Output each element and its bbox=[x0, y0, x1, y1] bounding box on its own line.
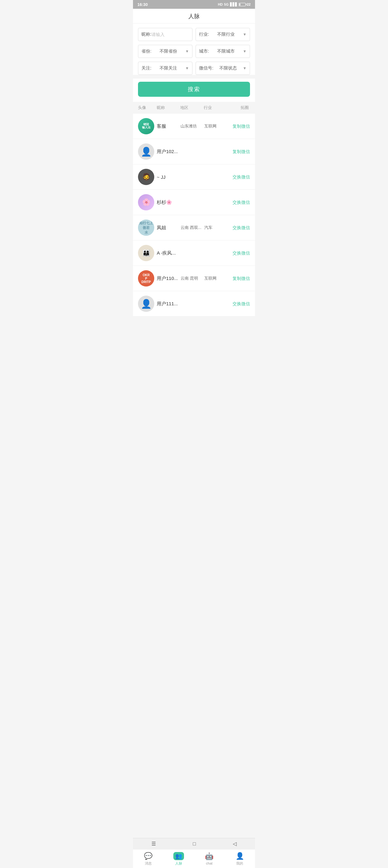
filter-row-1: 昵称: 行业: 不限行业 ▼ bbox=[138, 28, 250, 41]
avatar: 🧔 bbox=[138, 169, 154, 185]
city-label: 城市: bbox=[199, 49, 209, 54]
avatar: OKRPDRITP bbox=[138, 270, 154, 286]
province-value: 不限省份 bbox=[160, 49, 177, 54]
industry-label: 行业: bbox=[199, 32, 209, 37]
status-bar: 16:30 HD 5G ▋▋▋ 22 bbox=[133, 0, 255, 9]
col-header-industry: 行业 bbox=[204, 105, 227, 111]
network-badge: 5G bbox=[224, 2, 229, 6]
city-filter[interactable]: 城市: 不限城市 ▼ bbox=[196, 45, 250, 58]
wechat-filter[interactable]: 微信号: 不限状态 ▼ bbox=[196, 62, 250, 75]
col-header-nick: 昵称 bbox=[157, 105, 180, 111]
battery-icon bbox=[239, 3, 246, 6]
wechat-label: 微信号: bbox=[199, 65, 214, 71]
col-header-action: 拓圈 bbox=[227, 105, 250, 111]
user-action[interactable]: 交换微信 bbox=[228, 174, 250, 180]
exchange-wechat-button[interactable]: 交换微信 bbox=[232, 225, 250, 230]
nickname-filter[interactable]: 昵称: bbox=[138, 28, 192, 41]
industry-filter[interactable]: 行业: 不限行业 ▼ bbox=[196, 28, 250, 41]
table-row: 销冠输入法 客服 山东潍坊 互联网 复制微信 bbox=[133, 114, 255, 139]
user-nickname: 用户110... bbox=[157, 276, 181, 281]
avatar: 👨‍👩‍👦 bbox=[138, 245, 154, 261]
user-nickname: 用户102... bbox=[157, 149, 181, 155]
user-region: 云南 昆明 bbox=[181, 276, 204, 281]
table-row: 👨‍👩‍👦 A -疾风... 交换微信 bbox=[133, 241, 255, 266]
copy-wechat-button[interactable]: 复制微信 bbox=[232, 149, 250, 154]
nickname-input[interactable] bbox=[152, 32, 189, 37]
follow-value: 不限关注 bbox=[160, 65, 177, 71]
table-row: 🌸 杉杉🌸 交换微信 bbox=[133, 190, 255, 215]
person-icon: 👤 bbox=[141, 299, 152, 309]
user-action[interactable]: 交换微信 bbox=[228, 199, 250, 206]
user-list: 销冠输入法 客服 山东潍坊 互联网 复制微信 👤 用户102... 复制微信 🧔 bbox=[133, 114, 255, 317]
col-header-region: 地区 bbox=[180, 105, 204, 111]
follow-label: 关注: bbox=[141, 65, 152, 71]
table-row: 👤 用户111... 交换微信 bbox=[133, 291, 255, 317]
search-button[interactable]: 搜索 bbox=[138, 82, 250, 97]
wechat-chevron: ▼ bbox=[243, 66, 247, 70]
exchange-wechat-button[interactable]: 交换微信 bbox=[232, 301, 250, 306]
province-label: 省份: bbox=[141, 49, 152, 54]
exchange-wechat-button[interactable]: 交换微信 bbox=[232, 200, 250, 205]
copy-wechat-button[interactable]: 复制微信 bbox=[232, 124, 250, 129]
user-action[interactable]: 交换微信 bbox=[228, 225, 250, 231]
user-action[interactable]: 复制微信 bbox=[228, 149, 250, 155]
city-chevron: ▼ bbox=[243, 49, 247, 54]
page-title: 人脉 bbox=[188, 13, 200, 20]
user-action[interactable]: 复制微信 bbox=[228, 123, 250, 129]
avatar: 销冠输入法 bbox=[138, 118, 154, 134]
user-nickname: 杉杉🌸 bbox=[157, 199, 181, 206]
nickname-label: 昵称: bbox=[141, 32, 152, 37]
filter-row-2: 省份: 不限省份 ▼ 城市: 不限城市 ▼ bbox=[138, 45, 250, 58]
avatar: 🌸 bbox=[138, 194, 154, 210]
col-header-avatar: 头像 bbox=[138, 105, 157, 111]
filter-row-3: 关注: 不限关注 ▼ 微信号: 不限状态 ▼ bbox=[138, 62, 250, 75]
province-chevron: ▼ bbox=[185, 49, 189, 54]
user-nickname: ~ JJ bbox=[157, 175, 181, 180]
user-nickname: 凤姐 bbox=[157, 225, 181, 231]
time: 16:30 bbox=[137, 2, 148, 7]
page-header: 人脉 bbox=[133, 9, 255, 24]
avatar: 👤 bbox=[138, 144, 154, 160]
user-action[interactable]: 复制微信 bbox=[228, 276, 250, 281]
city-value: 不限城市 bbox=[217, 49, 235, 54]
follow-filter[interactable]: 关注: 不限关注 ▼ bbox=[138, 62, 192, 75]
user-industry: 互联网 bbox=[204, 123, 228, 129]
user-region: 云南 西双... bbox=[181, 225, 204, 230]
wechat-value: 不限状态 bbox=[219, 65, 237, 71]
province-filter[interactable]: 省份: 不限省份 ▼ bbox=[138, 45, 192, 58]
table-row: OKRPDRITP 用户110... 云南 昆明 互联网 复制微信 bbox=[133, 266, 255, 291]
avatar: 知行七上善若水 bbox=[138, 219, 154, 236]
user-nickname: 用户111... bbox=[157, 301, 181, 307]
filter-area: 昵称: 行业: 不限行业 ▼ 省份: 不限省份 ▼ 城市: 不限城市 ▼ bbox=[133, 24, 255, 75]
industry-chevron: ▼ bbox=[243, 32, 247, 37]
exchange-wechat-button[interactable]: 交换微信 bbox=[232, 250, 250, 255]
search-button-wrap: 搜索 bbox=[133, 79, 255, 102]
user-industry: 汽车 bbox=[204, 225, 228, 230]
avatar: 👤 bbox=[138, 296, 154, 312]
follow-chevron: ▼ bbox=[185, 66, 189, 70]
copy-wechat-button[interactable]: 复制微信 bbox=[232, 276, 250, 281]
industry-value: 不限行业 bbox=[217, 32, 235, 37]
user-region: 山东潍坊 bbox=[181, 123, 204, 129]
table-header: 头像 昵称 地区 行业 拓圈 bbox=[133, 102, 255, 114]
table-row: 🧔 ~ JJ 交换微信 bbox=[133, 164, 255, 190]
user-nickname: 客服 bbox=[157, 123, 181, 129]
user-nickname: A -疾风... bbox=[157, 250, 181, 256]
signal-icon: ▋▋▋ bbox=[230, 2, 237, 7]
user-industry: 互联网 bbox=[204, 276, 228, 281]
hd-badge: HD bbox=[218, 2, 223, 6]
table-row: 知行七上善若水 凤姐 云南 西双... 汽车 交换微信 bbox=[133, 215, 255, 241]
user-action[interactable]: 交换微信 bbox=[228, 301, 250, 307]
battery-level: 22 bbox=[247, 2, 251, 6]
user-action[interactable]: 交换微信 bbox=[228, 250, 250, 256]
table-row: 👤 用户102... 复制微信 bbox=[133, 139, 255, 164]
exchange-wechat-button[interactable]: 交换微信 bbox=[232, 175, 250, 179]
person-icon: 👤 bbox=[141, 147, 152, 157]
